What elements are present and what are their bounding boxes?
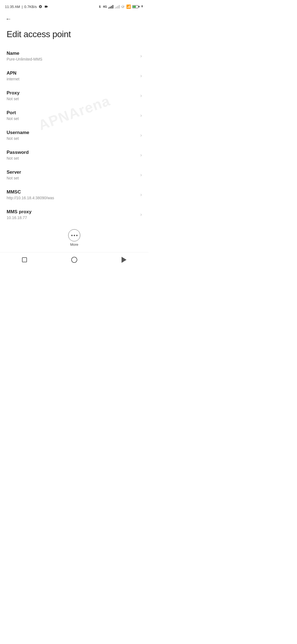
settings-value-8: 10.16.18.77 <box>7 215 32 220</box>
wifi-icon: 📶 <box>126 4 131 9</box>
settings-item-port[interactable]: Port Not set › <box>0 105 148 125</box>
settings-label-7: MMSC <box>7 189 54 195</box>
signal-bars-1 <box>108 5 113 9</box>
settings-item-text: Name Pure-Unlimited-MMS <box>7 51 42 61</box>
bluetooth-icon <box>98 4 101 9</box>
no-signal-icon <box>121 5 125 9</box>
4g-label: 4G <box>103 5 107 8</box>
settings-item-text: MMSC http://10.16.18.4:38090/was <box>7 189 54 200</box>
settings-value-1: internet <box>7 77 20 81</box>
settings-item-proxy[interactable]: Proxy Not set › <box>0 86 148 105</box>
back-button[interactable]: ← <box>6 15 12 22</box>
nav-recent-button[interactable] <box>22 257 27 262</box>
speed-display: 0.7KB/s <box>24 5 37 9</box>
status-right: 4G 📶 <box>98 4 144 9</box>
settings-label-0: Name <box>7 51 42 56</box>
time-display: 11:35 AM <box>5 5 20 9</box>
page-title: Edit access point <box>0 24 148 46</box>
settings-value-3: Not set <box>7 116 19 121</box>
nav-home-icon <box>71 257 77 263</box>
settings-label-1: APN <box>7 70 20 76</box>
camera-icon <box>44 5 48 9</box>
settings-item-server[interactable]: Server Not set › <box>0 165 148 185</box>
settings-item-mms-proxy[interactable]: MMS proxy 10.16.18.77 › <box>0 204 148 224</box>
signal-bars-2 <box>115 5 120 9</box>
chevron-right-icon: › <box>140 93 142 99</box>
bottom-nav <box>0 252 148 268</box>
settings-value-2: Not set <box>7 97 20 101</box>
settings-item-text: Port Not set <box>7 110 19 121</box>
chevron-right-icon: › <box>140 212 142 217</box>
nav-recent-icon <box>22 257 27 262</box>
settings-value-6: Not set <box>7 176 21 180</box>
settings-label-3: Port <box>7 110 19 116</box>
chevron-right-icon: › <box>140 113 142 118</box>
status-left: 11:35 AM | 0.7KB/s <box>5 5 48 9</box>
more-dot-2 <box>74 235 75 236</box>
chevron-right-icon: › <box>140 73 142 79</box>
settings-label-4: Username <box>7 130 29 135</box>
more-circle-icon <box>68 229 80 241</box>
settings-value-0: Pure-Unlimited-MMS <box>7 57 42 61</box>
battery-icon <box>132 5 139 8</box>
settings-item-apn[interactable]: APN internet › <box>0 66 148 86</box>
settings-list: Name Pure-Unlimited-MMS › APN internet ›… <box>0 46 148 224</box>
charging-icon <box>141 4 144 9</box>
chevron-right-icon: › <box>140 192 142 198</box>
settings-item-username[interactable]: Username Not set › <box>0 125 148 145</box>
settings-value-4: Not set <box>7 136 29 141</box>
settings-icon <box>38 5 42 9</box>
settings-item-text: Username Not set <box>7 130 29 141</box>
speed-separator: | <box>22 5 23 9</box>
chevron-right-icon: › <box>140 53 142 59</box>
nav-back-icon <box>122 257 127 263</box>
settings-value-7: http://10.16.18.4:38090/was <box>7 196 54 200</box>
settings-label-6: Server <box>7 170 21 175</box>
settings-item-mmsc[interactable]: MMSC http://10.16.18.4:38090/was › <box>0 185 148 204</box>
settings-item-password[interactable]: Password Not set › <box>0 145 148 165</box>
more-dot-1 <box>71 235 73 236</box>
status-bar: 11:35 AM | 0.7KB/s 4G 📶 <box>0 0 148 12</box>
more-label: More <box>70 242 78 247</box>
top-nav: ← <box>0 12 148 24</box>
nav-back-button[interactable] <box>122 257 127 263</box>
settings-value-5: Not set <box>7 156 29 160</box>
chevron-right-icon: › <box>140 132 142 138</box>
settings-label-5: Password <box>7 150 29 155</box>
settings-item-text: Password Not set <box>7 150 29 160</box>
settings-item-text: Server Not set <box>7 170 21 180</box>
nav-home-button[interactable] <box>71 257 77 263</box>
settings-item-text: MMS proxy 10.16.18.77 <box>7 209 32 220</box>
settings-item-name[interactable]: Name Pure-Unlimited-MMS › <box>0 46 148 66</box>
more-dot-3 <box>76 235 78 236</box>
more-button[interactable]: More <box>0 224 148 250</box>
settings-label-8: MMS proxy <box>7 209 32 215</box>
settings-item-text: Proxy Not set <box>7 90 20 101</box>
chevron-right-icon: › <box>140 172 142 178</box>
settings-item-text: APN internet <box>7 70 20 81</box>
chevron-right-icon: › <box>140 152 142 158</box>
settings-label-2: Proxy <box>7 90 20 96</box>
